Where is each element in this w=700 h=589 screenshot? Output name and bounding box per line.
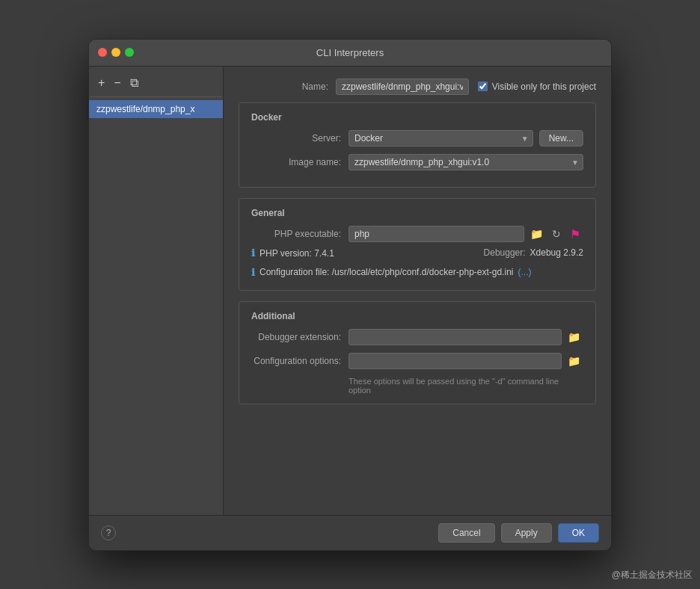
php-exec-input-wrap: 📁 ↻ ⚑ [349,226,583,243]
apply-button[interactable]: Apply [501,523,552,543]
image-name-row: Image name: zzpwestlife/dnmp_php_xhgui:v… [251,154,583,170]
sidebar-toolbar: + − ⧉ [89,73,223,97]
additional-section: Additional Debugger extension: 📁 Configu… [239,301,596,404]
server-select-wrapper: Docker ▼ [349,130,533,147]
image-select-wrapper: zzpwestlife/dnmp_php_xhgui:v1.0 ▼ [349,154,583,170]
name-input[interactable] [336,78,469,95]
config-file-row: ℹ Configuration file: /usr/local/etc/php… [251,267,583,278]
help-button[interactable]: ? [101,525,116,540]
server-select[interactable]: Docker [349,130,533,147]
add-interpreter-button[interactable]: + [95,75,108,90]
server-label: Server: [251,133,341,144]
cancel-button[interactable]: Cancel [438,523,494,543]
image-name-label: Image name: [251,157,341,167]
config-info-icon: ℹ [251,267,255,278]
visible-only-label: Visible only for this project [492,81,596,92]
refresh-php-button[interactable]: ↻ [549,226,564,241]
browse-php-exec-button[interactable]: 📁 [527,226,546,241]
debugger-ext-row: Debugger extension: 📁 [251,329,583,345]
general-section: General PHP executable: 📁 ↻ ⚑ ℹ PHP [239,198,596,291]
debugger-value: Xdebug 2.9.2 [530,247,583,258]
dialog-footer: ? Cancel Apply OK [89,515,611,550]
php-exec-label: PHP executable: [251,229,341,239]
debugger-ext-label: Debugger extension: [251,332,341,342]
cli-interpreters-dialog: CLI Interpreters + − ⧉ zzpwestlife/dnmp_… [88,39,612,551]
maximize-button[interactable] [125,48,134,57]
debugger-ext-input[interactable] [349,329,562,345]
image-select[interactable]: zzpwestlife/dnmp_php_xhgui:v1.0 [349,154,583,170]
debugger-label: Debugger: [484,247,526,258]
config-options-row: Configuration options: 📁 [251,353,583,369]
visible-only-row: Visible only for this project [478,81,596,92]
php-exec-input[interactable] [349,226,524,242]
config-options-label: Configuration options: [251,356,341,366]
remove-interpreter-button[interactable]: − [111,75,123,90]
config-file-text: Configuration file: /usr/local/etc/php/c… [260,267,514,277]
main-content: Name: Visible only for this project Dock… [224,67,611,515]
config-options-hint: These options will be passed using the "… [349,377,583,395]
browse-config-options-button[interactable]: 📁 [565,354,583,368]
name-label: Name: [239,81,328,92]
php-version-text: PHP version: 7.4.1 [260,248,334,259]
title-bar: CLI Interpreters [89,40,611,67]
docker-section: Docker Server: Docker ▼ New... Image nam… [239,102,596,188]
new-server-button[interactable]: New... [539,130,583,147]
server-row: Server: Docker ▼ New... [251,130,583,147]
sidebar: + − ⧉ zzpwestlife/dnmp_php_x [89,67,224,515]
ok-button[interactable]: OK [558,523,599,543]
config-link[interactable]: (...) [518,267,532,277]
debugger-row: Debugger: Xdebug 2.9.2 [484,247,583,258]
info-icon: ℹ [251,247,255,259]
dialog-title: CLI Interpreters [316,47,384,58]
browse-debugger-ext-button[interactable]: 📁 [565,330,583,345]
visible-only-checkbox[interactable] [478,81,488,91]
name-row: Name: Visible only for this project [239,78,596,95]
php-exec-row: PHP executable: 📁 ↻ ⚑ [251,226,583,243]
php-version-row: ℹ PHP version: 7.4.1 [251,247,334,259]
additional-section-title: Additional [251,311,583,321]
info-php-button[interactable]: ⚑ [567,226,583,243]
traffic-lights [98,48,134,57]
docker-section-title: Docker [251,112,583,123]
sidebar-item-interpreter[interactable]: zzpwestlife/dnmp_php_x [89,100,223,118]
watermark: @稀土掘金技术社区 [612,569,693,582]
close-button[interactable] [98,48,107,57]
dialog-body: + − ⧉ zzpwestlife/dnmp_php_x Name: Visib… [89,67,611,515]
minimize-button[interactable] [111,48,120,57]
config-options-input[interactable] [349,353,562,369]
copy-interpreter-button[interactable]: ⧉ [127,75,141,90]
general-section-title: General [251,208,583,218]
